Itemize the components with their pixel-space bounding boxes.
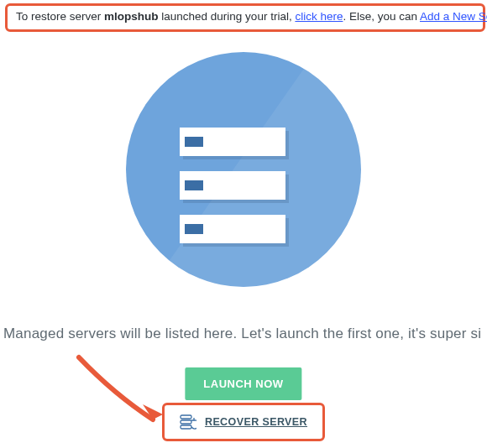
- add-new-server-link[interactable]: Add a New Server: [420, 10, 487, 23]
- server-row-icon: [180, 171, 285, 200]
- svg-rect-0: [181, 415, 191, 419]
- svg-rect-1: [181, 420, 191, 424]
- server-row-icon: [180, 215, 285, 243]
- svg-rect-2: [181, 425, 191, 429]
- server-row-icon: [180, 128, 285, 156]
- annotation-arrow-icon: [72, 352, 173, 445]
- notice-text-prefix: To restore server: [16, 10, 104, 23]
- empty-state-description: Managed servers will be listed here. Let…: [0, 326, 487, 342]
- server-recover-icon: [180, 414, 196, 430]
- launch-now-button[interactable]: LAUNCH NOW: [185, 367, 301, 400]
- notice-text-mid1: launched during your trial,: [159, 10, 296, 23]
- notice-server-name: mlopshub: [104, 10, 159, 23]
- restore-notice: To restore server mlopshub launched duri…: [5, 3, 485, 32]
- recover-server-button[interactable]: RECOVER SERVER: [162, 403, 325, 441]
- notice-text-mid2: . Else, you can: [343, 10, 420, 23]
- restore-click-here-link[interactable]: click here: [295, 10, 343, 23]
- recover-server-label: RECOVER SERVER: [205, 416, 307, 428]
- servers-illustration: [126, 52, 361, 287]
